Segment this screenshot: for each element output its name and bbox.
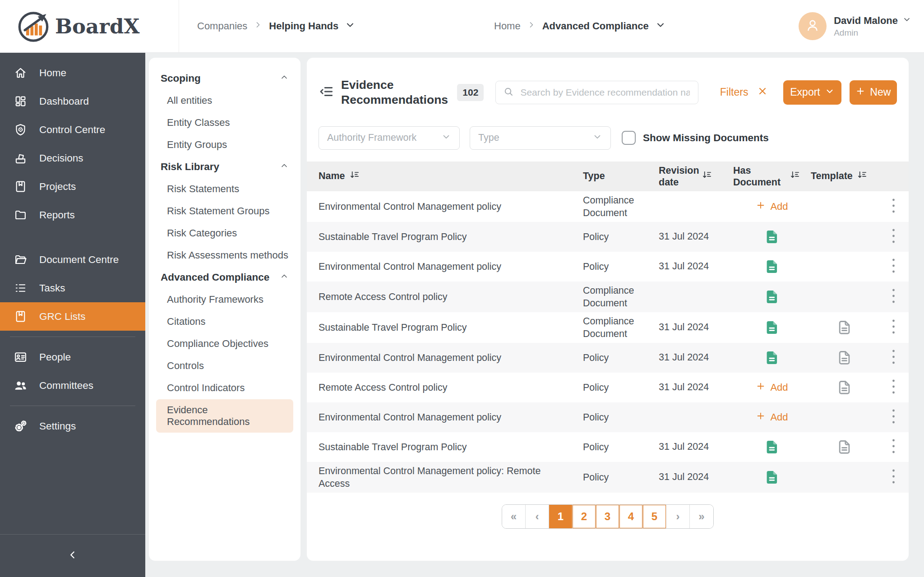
subnav-item-citations[interactable]: Citations	[156, 311, 293, 332]
document-icon[interactable]	[764, 350, 780, 366]
previous-page-button[interactable]: ‹	[526, 505, 549, 528]
boardx-chart-logo-icon	[16, 9, 51, 43]
chevron-down-icon[interactable]	[655, 19, 666, 33]
cell-has-document: Add	[733, 381, 811, 394]
column-header-name[interactable]: Name	[307, 170, 583, 182]
subnav-item-compliance-objectives[interactable]: Compliance Objectives	[156, 333, 293, 355]
document-icon[interactable]	[764, 469, 780, 485]
show-missing-documents-label: Show Missing Documents	[643, 132, 769, 144]
close-icon[interactable]	[757, 86, 768, 99]
row-menu-button[interactable]	[889, 195, 898, 218]
row-menu-button[interactable]	[889, 435, 898, 458]
document-icon[interactable]	[764, 439, 780, 455]
breadcrumb-current[interactable]: Advanced Compliance	[542, 20, 649, 32]
export-label: Export	[790, 86, 820, 98]
page-button-2[interactable]: 2	[573, 505, 596, 528]
sidebar-collapse-button[interactable]	[0, 534, 145, 577]
document-icon[interactable]	[764, 319, 780, 336]
template-document-icon[interactable]	[836, 439, 853, 455]
next-page-button[interactable]: ›	[666, 505, 690, 528]
sidebar-item-document-centre[interactable]: Document Centre	[0, 245, 145, 274]
sidebar-item-people[interactable]: People	[0, 343, 145, 371]
chevron-up-icon	[280, 161, 289, 173]
page-button-1[interactable]: 1	[549, 505, 573, 528]
search-input[interactable]	[519, 87, 690, 98]
cell-revision-date: 31 Jul 2024	[659, 352, 733, 363]
page-button-3[interactable]: 3	[596, 505, 619, 528]
subnav-section-advanced-compliance[interactable]: Advanced Compliance	[156, 267, 293, 288]
breadcrumb-current[interactable]: Helping Hands	[269, 20, 338, 32]
subnav-item-risk-categories[interactable]: Risk Categories	[156, 222, 293, 244]
column-header-revision-date[interactable]: Revision date	[659, 165, 733, 188]
sort-icon[interactable]	[790, 170, 799, 182]
chevron-down-icon[interactable]	[345, 19, 356, 33]
document-icon[interactable]	[764, 289, 780, 305]
page-button-4[interactable]: 4	[619, 505, 643, 528]
add-document-button[interactable]: Add	[753, 381, 790, 394]
subnav-item-label: Controls	[167, 360, 204, 371]
row-menu-button[interactable]	[889, 316, 898, 339]
subnav-section-scoping[interactable]: Scoping	[156, 68, 293, 89]
row-menu-button[interactable]	[889, 406, 898, 429]
table-row: Environmental Control Management policy:…	[307, 462, 909, 493]
add-document-button[interactable]: Add	[753, 200, 790, 213]
type-select[interactable]: Type	[470, 126, 611, 150]
page-button-5[interactable]: 5	[643, 505, 666, 528]
subnav-item-entity-classes[interactable]: Entity Classes	[156, 112, 293, 134]
export-button[interactable]: Export	[783, 80, 841, 105]
subnav-item-controls[interactable]: Controls	[156, 355, 293, 377]
breadcrumb-root[interactable]: Home	[494, 20, 521, 32]
column-header-has-document[interactable]: Has Document	[733, 165, 811, 188]
row-menu-button[interactable]	[889, 466, 898, 489]
row-menu-button[interactable]	[889, 225, 898, 248]
subnav-item-label: Risk Statements	[167, 183, 239, 194]
subnav-item-evidence-recommendations[interactable]: Evidence Recommendations	[156, 399, 293, 433]
subnav-item-risk-assessments-methods[interactable]: Risk Assessments methods	[156, 245, 293, 266]
subnav-section-risk-library[interactable]: Risk Library	[156, 156, 293, 178]
filters-link[interactable]: Filters	[720, 86, 768, 99]
sort-icon[interactable]	[857, 170, 867, 182]
document-icon[interactable]	[764, 258, 780, 275]
show-missing-documents-checkbox[interactable]	[622, 131, 636, 145]
row-menu-button[interactable]	[889, 285, 898, 308]
first-page-button[interactable]: «	[502, 505, 526, 528]
sidebar-item-tasks[interactable]: Tasks	[0, 274, 145, 302]
add-document-button[interactable]: Add	[753, 411, 790, 424]
sidebar-item-decisions[interactable]: Decisions	[0, 144, 145, 172]
last-page-button[interactable]: »	[690, 505, 713, 528]
sort-icon[interactable]	[350, 170, 359, 182]
sidebar-item-dashboard[interactable]: Dashboard	[0, 87, 145, 115]
sidebar-item-grc-lists[interactable]: GRC Lists	[0, 302, 145, 331]
subnav-item-authority-frameworks[interactable]: Authority Frameworks	[156, 289, 293, 310]
pagination-wrap: «‹12345›»	[307, 504, 909, 529]
collapse-panel-button[interactable]	[319, 84, 334, 101]
template-document-icon[interactable]	[836, 350, 853, 366]
column-header-label: Template	[811, 171, 853, 182]
sidebar-item-control-centre[interactable]: Control Centre	[0, 115, 145, 144]
row-menu-button[interactable]	[889, 376, 898, 399]
row-menu-button[interactable]	[889, 346, 898, 369]
subnav-item-control-indicators[interactable]: Control Indicators	[156, 377, 293, 399]
column-header-template[interactable]: Template	[811, 170, 878, 182]
subnav-item-all-entities[interactable]: All entities	[156, 90, 293, 111]
subnav-item-risk-statements[interactable]: Risk Statements	[156, 178, 293, 200]
sidebar-item-home[interactable]: Home	[0, 59, 145, 87]
template-document-icon[interactable]	[836, 319, 853, 336]
row-menu-button[interactable]	[889, 255, 898, 278]
sidebar-item-settings[interactable]: Settings	[0, 412, 145, 440]
sidebar-item-reports[interactable]: Reports	[0, 201, 145, 229]
subnav-item-entity-groups[interactable]: Entity Groups	[156, 134, 293, 156]
brand-logo[interactable]: BoardX	[0, 0, 179, 52]
new-button[interactable]: New	[850, 80, 897, 105]
breadcrumb-root[interactable]: Companies	[197, 20, 247, 32]
sort-icon[interactable]	[702, 170, 711, 182]
sidebar-item-projects[interactable]: Projects	[0, 172, 145, 201]
user-menu[interactable]: David Malone Admin	[799, 0, 911, 52]
template-document-icon[interactable]	[836, 379, 853, 396]
document-icon[interactable]	[764, 229, 780, 245]
cell-has-document	[733, 439, 811, 455]
subnav-item-risk-statement-groups[interactable]: Risk Statement Groups	[156, 200, 293, 222]
authority-framework-select[interactable]: Authority Framework	[319, 126, 460, 150]
sidebar-item-committees[interactable]: Committees	[0, 371, 145, 400]
chevron-down-icon	[441, 132, 451, 144]
